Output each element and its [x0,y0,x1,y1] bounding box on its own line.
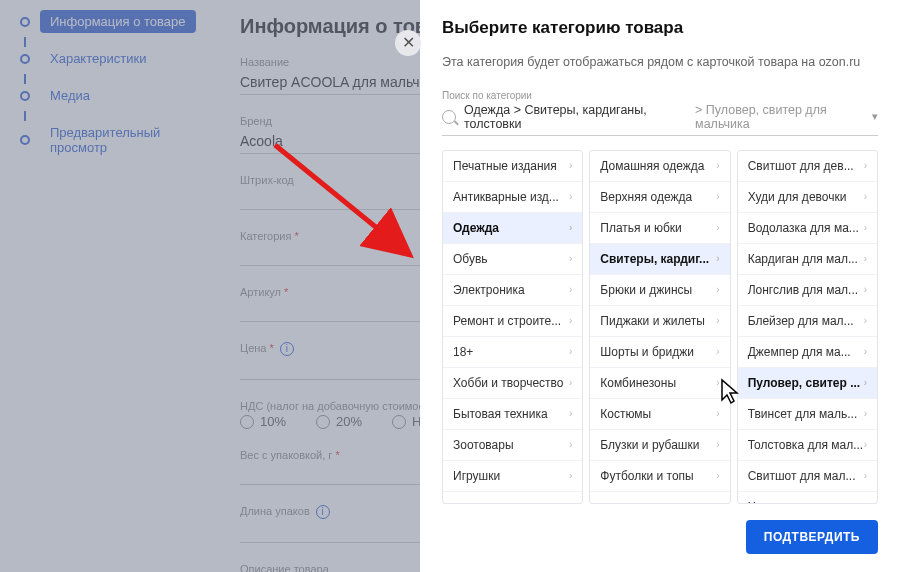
chevron-right-icon: › [864,439,867,450]
category-search[interactable]: Одежда > Свитеры, кардиганы, толстовки >… [442,103,878,136]
close-icon[interactable]: ✕ [395,30,421,56]
category-item[interactable]: Верхняя одежда› [590,182,729,213]
category-item[interactable]: Толстовка для мал...› [738,430,877,461]
category-item[interactable]: Свитшот для дев...› [738,151,877,182]
category-item[interactable]: Джемпер для ма...› [738,337,877,368]
category-col-1: Печатные издания›Антикварные изд...›Одеж… [442,150,583,505]
category-item[interactable]: Одежда› [443,213,582,244]
search-icon [442,110,456,124]
category-item[interactable]: Антикварные изд...› [443,182,582,213]
chevron-right-icon: › [716,408,719,419]
chevron-right-icon: › [864,346,867,357]
category-item[interactable]: Лонгслив для мал...› [738,275,877,306]
chevron-right-icon: › [864,501,867,503]
chevron-right-icon: › [569,284,572,295]
category-item[interactable]: Электроника› [443,275,582,306]
category-item[interactable]: Зоотовары› [443,430,582,461]
category-item[interactable]: Шорты и бриджи› [590,337,729,368]
chevron-right-icon: › [716,191,719,202]
chevron-right-icon: › [569,160,572,171]
chevron-right-icon: › [569,222,572,233]
category-col-2: Домашняя одежда›Верхняя одежда›Платья и … [589,150,730,505]
category-item[interactable]: Домашняя одежда› [590,151,729,182]
category-item[interactable]: Обувь› [443,244,582,275]
confirm-button[interactable]: ПОДТВЕРДИТЬ [746,520,878,554]
chevron-right-icon: › [569,377,572,388]
category-item[interactable]: Хобби и творчество› [443,368,582,399]
category-item[interactable]: 18+› [443,337,582,368]
chevron-right-icon: › [716,377,719,388]
category-item[interactable]: Футболки и топы› [590,461,729,492]
chevron-right-icon: › [716,439,719,450]
chevron-down-icon: ▾ [872,110,878,123]
category-item[interactable]: Худи для девочки› [738,182,877,213]
chevron-right-icon: › [569,191,572,202]
chevron-right-icon: › [864,470,867,481]
chevron-right-icon: › [864,408,867,419]
category-item[interactable]: Свитшот для мал...› [738,461,877,492]
category-item[interactable]: Ремонт и строите...› [443,306,582,337]
category-item[interactable]: Блейзер для мал...› [738,306,877,337]
chevron-right-icon: › [864,191,867,202]
chevron-right-icon: › [864,222,867,233]
chevron-right-icon: › [716,470,719,481]
category-item[interactable]: Бытовая техника› [443,399,582,430]
chevron-right-icon: › [569,408,572,419]
category-item[interactable]: Пуловер, свитер ...› [738,368,877,399]
chevron-right-icon: › [716,222,719,233]
category-item[interactable]: Костюмы› [590,399,729,430]
chevron-right-icon: › [864,160,867,171]
chevron-right-icon: › [569,439,572,450]
category-item[interactable]: Комбинезоны› [590,368,729,399]
category-item[interactable]: Водолазка для ма...› [738,213,877,244]
chevron-right-icon: › [864,377,867,388]
category-item[interactable]: Блузки и рубашки› [590,430,729,461]
chevron-right-icon: › [569,470,572,481]
modal-title: Выберите категорию товара [442,18,878,38]
category-item[interactable]: Твинсет для маль...› [738,399,877,430]
chevron-right-icon: › [569,253,572,264]
category-item[interactable]: Кардиган для мал...› [738,244,877,275]
category-item[interactable]: Пиджаки и жилеты› [590,306,729,337]
category-item[interactable]: Игрушки› [443,461,582,492]
chevron-right-icon: › [864,253,867,264]
category-col-3: Свитшот для дев...›Худи для девочки›Водо… [737,150,878,505]
modal-subtitle: Эта категория будет отображаться рядом с… [442,54,878,72]
chevron-right-icon: › [569,315,572,326]
chevron-right-icon: › [864,315,867,326]
chevron-right-icon: › [716,346,719,357]
category-item[interactable]: Печатные издания› [443,151,582,182]
chevron-right-icon: › [864,284,867,295]
category-item[interactable]: Свитеры, кардиг...› [590,244,729,275]
category-item[interactable]: Брюки и джинсы› [590,275,729,306]
chevron-right-icon: › [716,253,719,264]
chevron-right-icon: › [716,315,719,326]
chevron-right-icon: › [569,346,572,357]
chevron-right-icon: › [716,284,719,295]
category-item[interactable]: Платья и юбки› [590,213,729,244]
chevron-right-icon: › [716,160,719,171]
category-item[interactable]: Худи для мальчика› [738,492,877,504]
category-modal: Выберите категорию товара Эта категория … [420,0,900,572]
